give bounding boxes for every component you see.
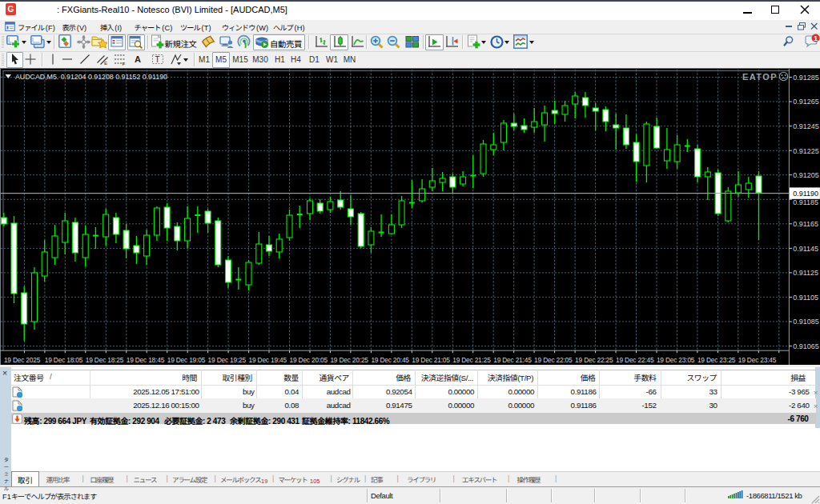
svg-text:EATOP: EATOP	[742, 72, 778, 82]
svg-text:19 Dec 23:05: 19 Dec 23:05	[657, 356, 695, 364]
svg-text:19 Dec 21:25: 19 Dec 21:25	[452, 356, 491, 364]
svg-text:0.91165: 0.91165	[793, 220, 818, 228]
svg-text:0.91065: 0.91065	[793, 342, 819, 350]
svg-text:19 Dec 22:05: 19 Dec 22:05	[534, 356, 573, 364]
svg-text:19 Dec 19:05: 19 Dec 19:05	[167, 356, 206, 364]
svg-text:19 Dec 23:25: 19 Dec 23:25	[697, 356, 736, 364]
svg-text:AUDCAD,M5. 0.91204 0.91208 0.9: AUDCAD,M5. 0.91204 0.91208 0.91152 0.911…	[15, 73, 167, 81]
svg-text:19 Dec 20:05: 19 Dec 20:05	[290, 356, 328, 364]
svg-text:19 Dec 20:45: 19 Dec 20:45	[371, 356, 409, 364]
svg-text:19 Dec 21:45: 19 Dec 21:45	[493, 356, 532, 364]
svg-text:19 Dec 22:25: 19 Dec 22:25	[575, 356, 613, 364]
svg-text:0.91105: 0.91105	[793, 294, 818, 302]
svg-text:19 Dec 18:05: 19 Dec 18:05	[45, 356, 83, 364]
svg-text:0.91265: 0.91265	[793, 98, 819, 106]
svg-text:19 Dec 18:25: 19 Dec 18:25	[86, 356, 124, 364]
svg-text:0.91145: 0.91145	[793, 245, 818, 253]
svg-text:19 Dec 18:45: 19 Dec 18:45	[127, 356, 165, 364]
svg-text:19 Dec 19:25: 19 Dec 19:25	[208, 356, 247, 364]
svg-text:19 Dec 23:45: 19 Dec 23:45	[738, 356, 777, 364]
svg-text:0.91125: 0.91125	[793, 269, 818, 277]
svg-text:0.91245: 0.91245	[793, 122, 819, 130]
svg-text:0.91225: 0.91225	[793, 147, 819, 155]
svg-text:19 Dec 21:05: 19 Dec 21:05	[412, 356, 450, 364]
svg-text:19 Dec 20:25: 19 Dec 20:25	[330, 356, 368, 364]
svg-text:19 Dec 2025: 19 Dec 2025	[4, 356, 41, 364]
svg-text:0.91285: 0.91285	[793, 74, 819, 82]
svg-text:0.91190: 0.91190	[793, 190, 818, 198]
svg-text:0.91185: 0.91185	[793, 198, 818, 206]
svg-text:19 Dec 19:45: 19 Dec 19:45	[249, 356, 287, 364]
svg-text:0.91085: 0.91085	[793, 318, 819, 326]
svg-text:0.91205: 0.91205	[793, 171, 819, 179]
svg-text:19 Dec 22:45: 19 Dec 22:45	[616, 356, 654, 364]
